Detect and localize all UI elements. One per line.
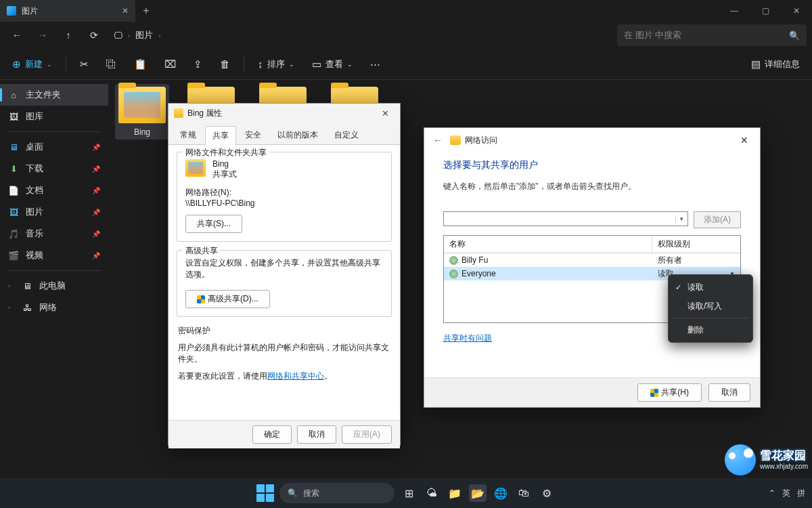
taskbar: 🔍搜索 ⊞ 🌤 📁 📂 🌐 🛍 ⚙ ⌃ 英 拼 bbox=[0, 478, 812, 508]
refresh-button[interactable]: ⟳ bbox=[83, 24, 106, 46]
tab-security[interactable]: 安全 bbox=[238, 125, 269, 144]
sidebar-item-videos[interactable]: 🎬视频📌 bbox=[0, 245, 108, 266]
view-icon: ▭ bbox=[312, 58, 321, 70]
dialog-heading: 选择要与其共享的用户 bbox=[443, 159, 741, 171]
nav-bar: ← → ↑ ⟳ 🖵 › 图片 › 在 图片 中搜索 🔍 bbox=[0, 22, 812, 49]
sharing-trouble-link[interactable]: 共享时有问题 bbox=[443, 333, 492, 343]
close-icon[interactable]: ✕ bbox=[376, 108, 394, 119]
store-icon[interactable]: 🛍 bbox=[515, 484, 533, 502]
share-status: 共享式 bbox=[212, 169, 237, 180]
advanced-sharing-button[interactable]: 高级共享(D)... bbox=[185, 290, 270, 308]
user-row[interactable]: Billy Fu 所有者 bbox=[444, 253, 740, 267]
perm-readwrite[interactable]: 读取/写入 bbox=[669, 297, 752, 316]
explorer-icon[interactable]: 📂 bbox=[469, 484, 487, 502]
window-tab[interactable]: 图片 ✕ bbox=[0, 0, 135, 22]
forward-button[interactable]: → bbox=[31, 24, 54, 46]
pin-icon: 📌 bbox=[92, 144, 100, 151]
tab-previous-versions[interactable]: 以前的版本 bbox=[270, 125, 325, 144]
video-icon: 🎬 bbox=[8, 250, 19, 261]
chevron-right-icon: › bbox=[128, 32, 130, 39]
folder-item[interactable]: Bing bbox=[115, 84, 169, 140]
sidebar-item-thispc[interactable]: ›🖥此电脑 bbox=[0, 275, 108, 297]
user-combobox[interactable]: ▾ bbox=[443, 211, 688, 226]
taskbar-search[interactable]: 🔍搜索 bbox=[279, 483, 394, 503]
network-icon: 🖧 bbox=[22, 302, 32, 313]
ime-indicator[interactable]: 英 bbox=[782, 488, 790, 499]
sidebar-item-home[interactable]: ⌂主文件夹 bbox=[0, 84, 108, 106]
dialog-titlebar[interactable]: Bing 属性 ✕ bbox=[168, 104, 400, 123]
shield-icon bbox=[197, 295, 205, 303]
minimize-button[interactable]: — bbox=[719, 0, 750, 22]
up-button[interactable]: ↑ bbox=[57, 24, 80, 46]
network-sharing-center-link[interactable]: 网络和共享中心 bbox=[267, 371, 324, 381]
more-button[interactable]: ⋯ bbox=[366, 54, 384, 75]
pictures-icon bbox=[7, 6, 16, 16]
dialog-title: 网络访问 bbox=[465, 135, 497, 146]
close-button[interactable]: ✕ bbox=[781, 0, 812, 22]
cut-button[interactable]: ✂ bbox=[76, 54, 93, 75]
sidebar-item-music[interactable]: 🎵音乐📌 bbox=[0, 223, 108, 245]
close-icon[interactable]: ✕ bbox=[734, 135, 754, 146]
ok-button[interactable]: 确定 bbox=[252, 425, 292, 444]
chevron-down-icon: ⌄ bbox=[289, 61, 294, 68]
task-view-icon[interactable]: ⊞ bbox=[400, 484, 418, 502]
share-button[interactable]: 共享(S)... bbox=[185, 215, 242, 233]
dialog-title: Bing 属性 bbox=[187, 108, 222, 119]
plus-circle-icon: ⊕ bbox=[12, 58, 21, 70]
rename-button[interactable]: ⌧ bbox=[160, 54, 180, 75]
pictures-icon: 🖼 bbox=[8, 207, 19, 217]
chevron-up-icon[interactable]: ⌃ bbox=[769, 488, 775, 498]
sidebar-item-gallery[interactable]: 🖼图库 bbox=[0, 106, 108, 127]
back-button[interactable]: ← bbox=[5, 24, 28, 46]
delete-button[interactable]: 🗑 bbox=[216, 54, 234, 75]
paste-button[interactable]: 📋 bbox=[130, 54, 151, 75]
details-pane-button[interactable]: ▤详细信息 bbox=[747, 54, 804, 75]
apply-button[interactable]: 应用(A) bbox=[342, 425, 392, 444]
sidebar-item-documents[interactable]: 📄文档📌 bbox=[0, 179, 108, 201]
perm-read[interactable]: 读取 bbox=[669, 278, 752, 297]
view-button[interactable]: ▭查看⌄ bbox=[308, 54, 357, 75]
breadcrumb-pictures[interactable]: 图片 bbox=[135, 29, 153, 41]
edge-icon[interactable]: 🌐 bbox=[492, 484, 510, 502]
column-permission[interactable]: 权限级别 bbox=[652, 236, 740, 253]
ime-indicator[interactable]: 拼 bbox=[797, 488, 805, 499]
taskbar-app-icon[interactable]: 🌤 bbox=[423, 484, 441, 502]
new-button[interactable]: ⊕新建⌄ bbox=[8, 54, 56, 75]
sidebar-item-pictures[interactable]: 🖼图片📌 bbox=[0, 201, 108, 223]
network-path-value: \\BILLYFU-PC\Bing bbox=[185, 198, 383, 208]
add-button[interactable]: 添加(A) bbox=[694, 211, 741, 228]
back-button[interactable]: ← bbox=[430, 135, 446, 146]
tab-sharing[interactable]: 共享 bbox=[205, 126, 236, 145]
perm-remove[interactable]: 删除 bbox=[669, 320, 752, 339]
share-button[interactable]: ⇪ bbox=[189, 54, 206, 75]
section-title: 网络文件和文件夹共享 bbox=[183, 147, 269, 158]
shield-icon bbox=[650, 389, 658, 397]
sidebar-item-downloads[interactable]: ⬇下载📌 bbox=[0, 158, 108, 179]
address-bar[interactable]: 🖵 › 图片 › bbox=[108, 24, 614, 46]
cut-icon: ✂ bbox=[80, 58, 89, 70]
copy-button[interactable]: ⿻ bbox=[102, 54, 120, 75]
gallery-icon: 🖼 bbox=[8, 111, 19, 122]
ellipsis-icon: ⋯ bbox=[370, 58, 380, 70]
maximize-button[interactable]: ▢ bbox=[750, 0, 781, 22]
cancel-button[interactable]: 取消 bbox=[708, 383, 750, 402]
start-button[interactable] bbox=[256, 484, 274, 502]
dialog-hint: 键入名称，然后单击"添加"，或者单击箭头查找用户。 bbox=[443, 181, 741, 192]
share-submit-button[interactable]: 共享(H) bbox=[637, 383, 702, 402]
search-input[interactable]: 在 图片 中搜索 🔍 bbox=[617, 24, 807, 46]
sidebar-item-desktop[interactable]: 🖥桌面📌 bbox=[0, 136, 108, 158]
close-tab-icon[interactable]: ✕ bbox=[122, 6, 129, 16]
taskbar-app-icon[interactable]: 📁 bbox=[446, 484, 464, 502]
home-icon: ⌂ bbox=[8, 89, 19, 100]
sort-button[interactable]: ↕排序⌄ bbox=[254, 54, 298, 75]
settings-icon[interactable]: ⚙ bbox=[538, 484, 556, 502]
sidebar-item-network[interactable]: ›🖧网络 bbox=[0, 297, 108, 318]
tab-customize[interactable]: 自定义 bbox=[327, 125, 366, 144]
desktop-icon: 🖥 bbox=[8, 142, 19, 152]
watermark-logo-icon bbox=[725, 444, 756, 475]
new-tab-button[interactable]: + bbox=[135, 5, 157, 17]
column-name[interactable]: 名称 bbox=[444, 236, 652, 253]
tab-general[interactable]: 常规 bbox=[173, 125, 204, 144]
share-icon: ⇪ bbox=[194, 58, 202, 70]
cancel-button[interactable]: 取消 bbox=[297, 425, 336, 444]
